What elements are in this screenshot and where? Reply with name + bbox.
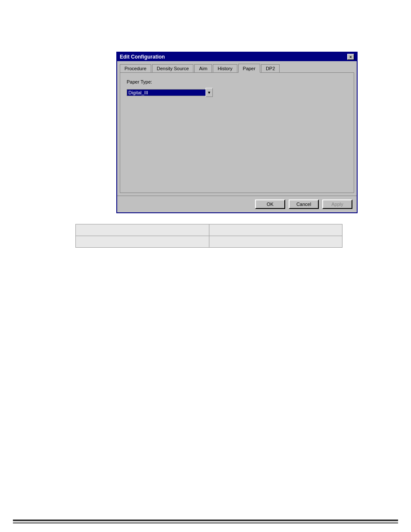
table-cell-col1 (76, 236, 209, 248)
table-header-col2 (209, 224, 342, 236)
dialog-content: Procedure Density Source Aim History Pap… (117, 61, 357, 196)
info-table-wrapper (75, 224, 342, 248)
bottom-thick-line (13, 520, 398, 521)
ok-button[interactable]: OK (255, 199, 285, 209)
paper-type-select[interactable]: Digital_III Digital_I Digital_II Digital… (127, 89, 206, 96)
table-cell-col2 (209, 236, 342, 248)
paper-type-field: Digital_III Digital_I Digital_II Digital… (127, 88, 213, 97)
close-button[interactable]: × (347, 54, 354, 60)
paper-type-label: Paper Type: (127, 79, 347, 84)
select-arrow-icon[interactable]: ▼ (206, 88, 213, 97)
table-header-col1 (76, 224, 209, 236)
tab-density-source[interactable]: Density Source (152, 64, 194, 72)
tab-paper[interactable]: Paper (238, 64, 260, 73)
table-row (76, 236, 342, 248)
tabs-row: Procedure Density Source Aim History Pap… (120, 64, 354, 72)
tab-history[interactable]: History (213, 64, 237, 72)
tab-panel-paper: Paper Type: Digital_III Digital_I Digita… (120, 72, 354, 193)
bottom-divider (13, 520, 398, 523)
apply-button[interactable]: Apply (322, 199, 352, 209)
dialog-window: Edit Configuration × Procedure Density S… (116, 52, 358, 213)
tab-aim[interactable]: Aim (194, 64, 212, 72)
dialog-buttons-row: OK Cancel Apply (117, 196, 357, 212)
dialog-titlebar: Edit Configuration × (117, 53, 357, 61)
info-table (75, 224, 342, 248)
dialog-title: Edit Configuration (120, 54, 165, 60)
tab-procedure[interactable]: Procedure (120, 64, 151, 72)
tab-dp2[interactable]: DP2 (261, 64, 280, 72)
edit-configuration-dialog: Edit Configuration × Procedure Density S… (116, 52, 358, 213)
bottom-thin-line (13, 523, 398, 523)
cancel-button[interactable]: Cancel (289, 199, 319, 209)
